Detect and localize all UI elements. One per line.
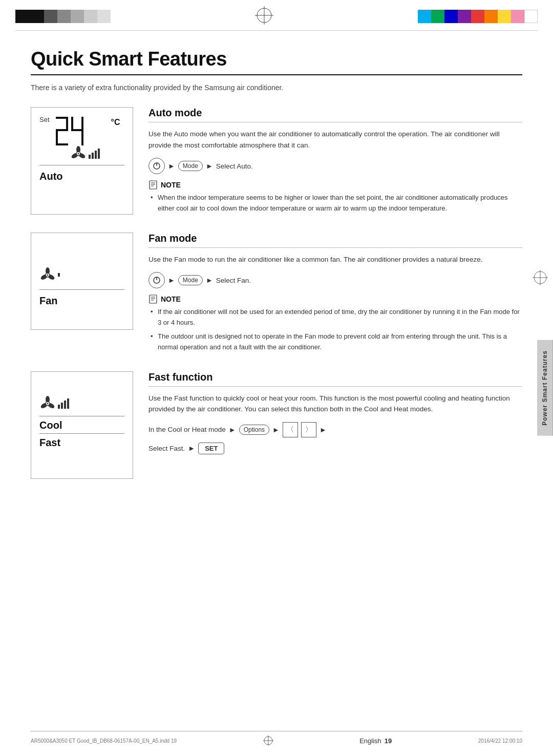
note-label: NOTE	[161, 181, 181, 189]
page-title: Quick Smart Features	[31, 48, 522, 70]
right-reg-mark	[533, 270, 548, 285]
footer-lang: English	[359, 737, 381, 745]
fan-mode-content: Fan mode Use the Fan mode to run the air…	[148, 233, 522, 356]
power-btn[interactable]	[148, 158, 165, 174]
fan-note-item-2: The outdoor unit is designed not to oper…	[148, 331, 522, 353]
svg-point-16	[78, 153, 79, 155]
fan-icon-2	[39, 267, 56, 283]
fan-mode-section: Fan Fan mode Use the Fan mode to run the…	[31, 233, 522, 356]
registration-mark	[255, 6, 273, 27]
power-btn-2[interactable]	[148, 272, 165, 288]
svg-rect-8	[71, 117, 73, 131]
temp-display	[55, 116, 111, 149]
side-tab: Power Smart Features	[537, 340, 553, 436]
fan-mode-label: Fan	[39, 295, 58, 307]
svg-rect-6	[56, 130, 58, 143]
set-btn[interactable]: SET	[198, 443, 224, 454]
svg-point-28	[47, 274, 49, 276]
auto-instruction: ► Mode ► Select Auto.	[148, 158, 522, 174]
fan-mode-title: Fan mode	[148, 233, 522, 244]
arrow1: ►	[168, 162, 175, 170]
fan-note-item-1: If the air conditioner will not be used …	[148, 307, 522, 328]
footer-left: AR5000&A3050 ET Good_IB_DB68-06157A-00_E…	[31, 738, 177, 744]
auto-note: NOTE When the indoor temperature seems t…	[148, 180, 522, 214]
svg-rect-4	[66, 117, 68, 129]
fast-arrow2: ►	[272, 426, 280, 434]
auto-device-panel: Set °C	[31, 107, 133, 215]
fast-function-section: Cool Fast Fast function Use the Fast fun…	[31, 371, 522, 479]
auto-note-item-1: When the indoor temperature seems to be …	[148, 193, 522, 214]
footer-right: 2016/4/22 12:00:10	[478, 738, 522, 744]
svg-rect-10	[81, 117, 83, 145]
fan-note: NOTE If the air conditioner will not be …	[148, 295, 522, 352]
svg-rect-31	[150, 295, 157, 303]
svg-rect-19	[150, 181, 157, 189]
fast-instruction-1: In the Cool or Heat mode ► Options ► 〈 〉…	[148, 422, 522, 437]
select-auto-text: Select Auto.	[216, 162, 253, 170]
cool-label: Cool	[39, 419, 62, 431]
right-nav-btn[interactable]: 〉	[301, 422, 316, 437]
footer-reg-mark	[263, 736, 273, 746]
fan-note-label: NOTE	[161, 295, 181, 303]
fast-arrow1: ►	[229, 426, 236, 434]
fan-arrow2: ►	[206, 276, 213, 284]
fast-arrow3: ►	[320, 426, 327, 434]
fan-device-panel: Fan	[31, 233, 133, 330]
fast-arrow4: ►	[188, 444, 195, 452]
svg-point-12	[76, 146, 80, 153]
fan-icon	[70, 145, 87, 162]
cool-fast-device-panel: Cool Fast	[31, 371, 133, 479]
fast-function-text: Use the Fast function to quickly cool or…	[148, 393, 522, 415]
fan-icon-3	[39, 395, 56, 412]
fast-function-content: Fast function Use the Fast function to q…	[148, 371, 522, 460]
svg-rect-7	[56, 143, 68, 145]
fast-label: Fast	[39, 437, 60, 449]
left-nav-btn[interactable]: 〈	[283, 422, 298, 437]
select-fast-text: Select Fast.	[148, 445, 185, 452]
auto-mode-content: Auto mode Use the Auto mode when you wan…	[148, 107, 522, 217]
select-fan-text: Select Fan.	[216, 277, 251, 284]
auto-mode-text: Use the Auto mode when you want the air …	[148, 129, 522, 151]
auto-mode-label: Auto	[39, 171, 63, 182]
auto-mode-title: Auto mode	[148, 107, 522, 119]
mode-btn-2[interactable]: Mode	[178, 275, 203, 285]
fan-arrow1: ►	[168, 276, 175, 284]
intro-text: There is a variety of extra functionalit…	[31, 83, 522, 92]
auto-mode-section: Set °C	[31, 107, 522, 217]
fast-function-title: Fast function	[148, 371, 522, 383]
fast-instruction-2: Select Fast. ► SET	[148, 443, 522, 454]
arrow2: ►	[206, 162, 213, 170]
svg-point-24	[46, 267, 50, 275]
svg-point-36	[46, 396, 50, 403]
note-icon-2	[148, 295, 158, 304]
fan-instruction: ► Mode ► Select Fan.	[148, 272, 522, 288]
svg-point-40	[47, 403, 49, 404]
options-btn[interactable]: Options	[239, 425, 269, 435]
fan-mode-text: Use the Fan mode to run the air conditio…	[148, 254, 522, 265]
footer-page-num: 19	[385, 737, 392, 745]
note-icon	[148, 180, 158, 190]
set-label: Set	[39, 116, 50, 123]
mode-btn[interactable]: Mode	[178, 161, 203, 171]
in-cool-heat-text: In the Cool or Heat mode	[148, 426, 226, 433]
